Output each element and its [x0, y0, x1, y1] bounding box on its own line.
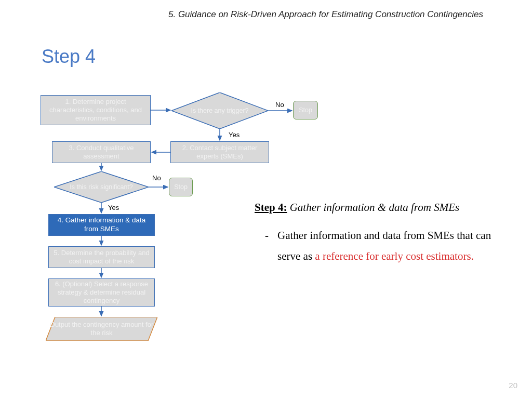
flow-box-3: 3. Conduct qualitative assessment	[52, 141, 151, 163]
page-number: 20	[509, 381, 517, 390]
desc-bullet: Gather information and data from SMEs th…	[255, 225, 499, 267]
flow-box-6: 6. (Optional) Select a response strategy…	[48, 278, 155, 307]
desc-bullet-red: a reference for early cost estimators	[315, 250, 471, 262]
flow-box-4-active: 4. Gather information & data from SMEs	[48, 214, 155, 236]
flow-stop-2: Stop	[169, 178, 193, 196]
branch-label-no-1: No	[275, 101, 284, 109]
flow-stop-1: Stop	[293, 101, 318, 119]
flow-decision-significant: Is this risk significant?	[54, 171, 149, 203]
desc-lead-title: Step 4:	[255, 201, 287, 214]
flow-box-2: 2. Contact subject matter experts (SMEs)	[170, 141, 269, 163]
page-title: Step 4	[42, 46, 96, 68]
branch-label-yes-2: Yes	[108, 204, 119, 211]
flow-box-1: 1. Determine project characteristics, co…	[41, 95, 151, 125]
flow-box-5: 5. Determine the probability and cost im…	[48, 246, 155, 268]
branch-label-no-2: No	[152, 174, 161, 182]
chapter-header: 5. Guidance on Risk-Driven Approach for …	[0, 9, 532, 20]
desc-lead-rest: Gather information & data from SMEs	[287, 201, 459, 214]
branch-label-yes-1: Yes	[229, 131, 240, 139]
desc-bullet-end: .	[471, 250, 474, 262]
step-description: Step 4: Gather information & data from S…	[255, 197, 499, 267]
flow-decision-trigger: Is there any trigger?	[171, 92, 268, 129]
flow-output: Output the contingency amount for the ri…	[46, 317, 157, 341]
